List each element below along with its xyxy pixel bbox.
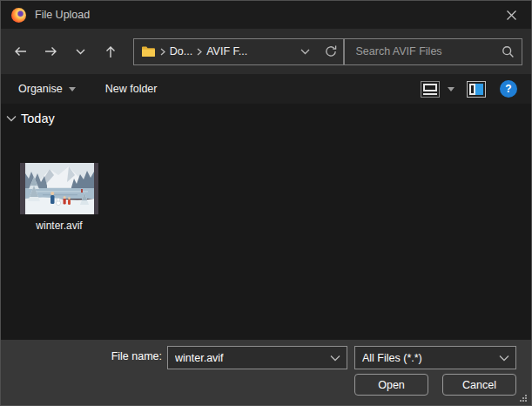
footer-bar: File name: All Files (*.*) Open Cancel <box>1 340 531 406</box>
forward-button[interactable] <box>37 38 63 64</box>
search-box <box>344 38 522 65</box>
file-name-combobox <box>167 346 347 369</box>
breadcrumb-separator-icon <box>197 48 202 56</box>
command-bar: Organise New folder ? <box>1 74 531 104</box>
file-name-label: winter.avif <box>20 220 98 232</box>
new-folder-label: New folder <box>105 83 158 95</box>
preview-pane-right <box>475 84 483 95</box>
view-icon-caption-bar <box>423 93 437 95</box>
chevron-down-icon <box>300 49 310 55</box>
firefox-icon <box>11 8 26 23</box>
close-button[interactable] <box>491 1 531 29</box>
navigation-toolbar: Do... AVIF F... <box>1 29 531 74</box>
view-icon <box>423 84 437 91</box>
file-type-select[interactable]: All Files (*.*) <box>354 346 516 369</box>
file-type-dropdown-icon <box>499 355 509 362</box>
file-list-area[interactable]: Today <box>1 104 531 340</box>
file-name-input[interactable] <box>168 347 347 369</box>
resize-grip[interactable] <box>525 400 527 402</box>
breadcrumb-segment-documents[interactable]: Do... <box>170 45 192 58</box>
back-button[interactable] <box>8 38 33 64</box>
file-thumbnail <box>20 163 98 214</box>
chevron-down-icon <box>499 355 509 362</box>
breadcrumb-separator-icon <box>160 48 165 56</box>
open-button[interactable]: Open <box>354 374 428 396</box>
new-folder-button[interactable]: New folder <box>105 83 158 95</box>
chevron-down-icon <box>69 87 76 91</box>
forward-icon <box>44 44 58 58</box>
file-upload-dialog: File Upload <box>0 0 532 406</box>
refresh-button[interactable] <box>324 44 338 58</box>
folder-icon <box>141 45 156 58</box>
preview-pane-left <box>469 84 475 95</box>
up-button[interactable] <box>98 38 123 64</box>
chevron-down-icon <box>76 49 85 55</box>
back-icon <box>13 44 28 58</box>
winter-scene-image <box>25 163 94 214</box>
organise-label: Organise <box>18 83 63 95</box>
chevron-down-icon <box>6 115 17 122</box>
search-icon <box>502 45 515 58</box>
refresh-icon <box>324 44 338 58</box>
help-button[interactable]: ? <box>500 80 517 98</box>
address-bar[interactable]: Do... AVIF F... <box>133 38 345 65</box>
change-view-button[interactable] <box>421 81 440 98</box>
group-label: Today <box>21 112 55 125</box>
titlebar: File Upload <box>1 1 531 29</box>
address-dropdown-button[interactable] <box>300 49 310 55</box>
file-name-field-label: File name: <box>88 350 162 362</box>
group-header-today[interactable]: Today <box>6 112 55 125</box>
search-input[interactable] <box>354 44 502 58</box>
views-dropdown-icon[interactable] <box>448 87 455 91</box>
close-icon <box>506 10 517 21</box>
file-type-selected-value: All Files (*.*) <box>362 352 422 364</box>
chevron-down-icon <box>330 355 340 362</box>
open-button-label: Open <box>378 379 405 391</box>
file-item-winter-avif[interactable]: winter.avif <box>20 163 98 232</box>
help-glyph: ? <box>505 83 511 95</box>
cancel-button-label: Cancel <box>462 379 496 391</box>
window-title: File Upload <box>35 9 90 21</box>
preview-pane-button[interactable] <box>467 81 486 98</box>
up-icon <box>104 44 118 59</box>
recent-locations-button[interactable] <box>68 38 93 64</box>
cancel-button[interactable]: Cancel <box>442 374 516 396</box>
file-name-dropdown-button[interactable] <box>330 355 340 362</box>
organise-button[interactable]: Organise <box>18 83 76 95</box>
breadcrumb-segment-avif-files[interactable]: AVIF F... <box>206 45 247 58</box>
